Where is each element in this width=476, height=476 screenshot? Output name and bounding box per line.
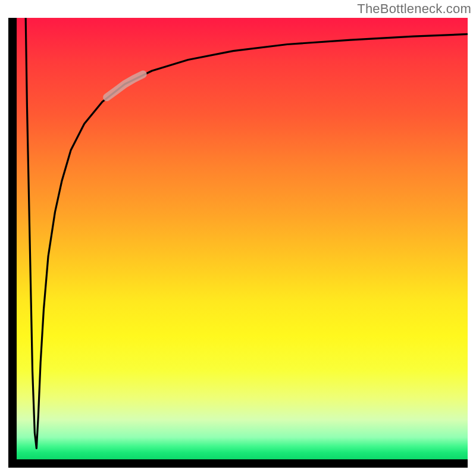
highlight-segment (107, 74, 143, 98)
bottleneck-curve (26, 18, 468, 448)
watermark-text: TheBottleneck.com (357, 1, 471, 17)
curve-layer (17, 18, 468, 459)
plot-inner (17, 18, 468, 459)
chart-container: TheBottleneck.com (0, 0, 476, 476)
plot-area (8, 18, 468, 468)
